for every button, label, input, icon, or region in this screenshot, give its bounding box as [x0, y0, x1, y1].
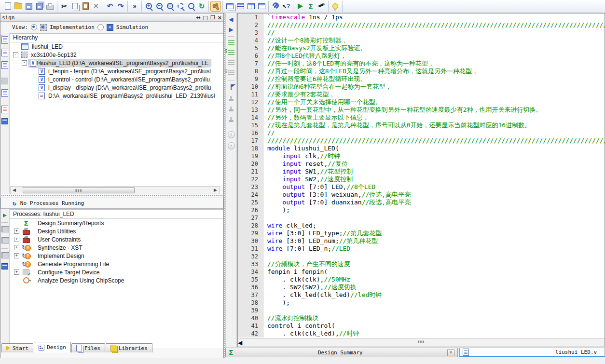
tile-vertical-button[interactable]	[246, 1, 256, 12]
delete-button[interactable]: ✕	[91, 1, 101, 12]
hierarchy-item[interactable]: -xc3s100e-5cp132	[10, 51, 223, 59]
chip-disabled-icon[interactable]	[1, 78, 8, 86]
document-tab-active[interactable]: liushui_LED.v	[459, 348, 605, 357]
code-line[interactable]: 32	[238, 253, 605, 260]
code-line[interactable]: 3//	[238, 29, 605, 37]
hierarchy-item[interactable]: liushui_LED	[10, 42, 223, 51]
simulation-radio[interactable]	[97, 24, 104, 30]
cascade-windows-button[interactable]	[224, 1, 235, 12]
implement-hammer-button[interactable]	[210, 1, 221, 12]
editor-nav-forward-icon[interactable]: ›	[228, 142, 235, 149]
code-line[interactable]: 15//现在是第几套花型，是第几种花型，序号可以从0开始，还要显示当前花型对应的…	[238, 121, 605, 129]
editor-lines-dim-icon[interactable]	[228, 60, 234, 67]
window-blue-icon[interactable]	[1, 263, 8, 271]
maximize-icon[interactable]: □	[203, 14, 208, 21]
code-line[interactable]: 31wire [7:0] LED_n;//LED	[238, 245, 605, 253]
process-item[interactable]: +Design Utilities	[10, 227, 223, 235]
paste-button[interactable]	[80, 1, 91, 12]
tree-expander[interactable]: +	[14, 245, 19, 250]
code-line[interactable]: 1`timescale 1ns / 1ps	[238, 13, 605, 21]
editor-nav-back-icon[interactable]: ‹	[228, 131, 235, 138]
code-line[interactable]: 20 input reset,//复位	[238, 160, 605, 168]
code-line[interactable]: 40//流水灯控制模块	[238, 314, 605, 322]
code-line[interactable]: 25 output [7:0] duanxian//段选,高电平亮	[238, 199, 605, 206]
code-line[interactable]: 8//再过一段时间，这8个LED又是另外一种亮暗分布，这就是另外一种花型，	[238, 67, 605, 75]
zoom-out-button[interactable]: −	[154, 1, 165, 12]
tree-expander[interactable]: +	[14, 229, 19, 234]
code-line[interactable]: 30wire [3:0] LED_num;//第几种花型	[238, 237, 605, 245]
undock-icon[interactable]: ↔	[196, 14, 200, 21]
tree-expander[interactable]: -	[13, 52, 18, 57]
process-item[interactable]: +User Constraints	[10, 235, 223, 243]
close-icon[interactable]: ×	[218, 14, 222, 21]
code-line[interactable]: 5//能在Basys2开发板上实际验证。	[238, 44, 605, 52]
code-line[interactable]: 24 output [3:0] weixuan,//位选,高电平亮	[238, 191, 605, 199]
editor-stamp-icon[interactable]	[229, 95, 234, 102]
code-line[interactable]: 7//任一时刻，这8个LED有的亮有的不亮，这称为一种花型，	[238, 60, 605, 67]
settings-wrench-button[interactable]	[270, 1, 281, 12]
editor-bookmark-flag-icon[interactable]	[231, 84, 232, 92]
tree-expander[interactable]: -	[22, 60, 27, 66]
code-line[interactable]: 6//用8个LED代替八路彩灯，	[238, 52, 605, 60]
restore-icon[interactable]: ❐	[210, 14, 215, 21]
tree-expander[interactable]: +	[14, 253, 19, 258]
code-line[interactable]: 36 . SW2(SW2),//速度切换	[238, 283, 605, 291]
save-button[interactable]	[24, 1, 34, 12]
hierarchy-item[interactable]: Vi_fenpin - fenpin (D:\A_workarea\ISE_pr…	[10, 67, 223, 75]
code-line[interactable]: 29wire [3:0] LED_type;//第几套花型	[238, 229, 605, 237]
print-button[interactable]	[45, 1, 55, 12]
hierarchy-item[interactable]: ucD:\A_workarea\ISE_program\Basys2_pro\l…	[10, 92, 223, 100]
code-line[interactable]: 34fenpin i_fenpin(	[238, 268, 605, 276]
code-line[interactable]: 2///////////////////////////////////////…	[238, 21, 605, 29]
zoom-full-view-button[interactable]: ◌	[165, 1, 175, 12]
cut-button[interactable]: ✂	[59, 1, 69, 12]
hierarchy-item[interactable]: Vi_display - display (D:\A_workarea\ISE_…	[10, 83, 223, 92]
hierarchy-item[interactable]: -Vliushui_LED (D:\A_workarea\ISE_program…	[10, 59, 223, 67]
panel-tab-libraries[interactable]: Libraries	[106, 343, 152, 352]
process-item[interactable]: Analyze Design Using ChipScope	[10, 276, 223, 284]
code-line[interactable]: 4//设计一个8路彩灯控制器，	[238, 37, 605, 44]
code-line[interactable]: 37 . clk_led(clk_led)//led时钟	[238, 291, 605, 299]
run-process-button[interactable]	[295, 1, 305, 12]
code-line[interactable]: 23 output [7:0] LED,//8个LED	[238, 183, 605, 191]
code-line[interactable]: 33//分频模块，产生不同的速度	[238, 260, 605, 268]
scroll-left-arrow[interactable]: ◀	[238, 339, 242, 346]
redo-button[interactable]: ↷	[115, 1, 126, 12]
code-line[interactable]: 39	[238, 307, 605, 314]
code-line[interactable]: 21 input SW1,//花型控制	[238, 168, 605, 175]
editor-stamp-icon[interactable]	[229, 106, 234, 113]
copy-source-icon[interactable]	[1, 61, 8, 70]
editor-hscrollbar[interactable]: ◀ ▮▮▮	[238, 338, 605, 347]
process-item[interactable]: +↻?Synthesize - XST	[10, 243, 223, 252]
tree-expander[interactable]: +	[14, 237, 19, 242]
window-split-icon[interactable]	[1, 118, 8, 126]
code-line[interactable]: 38 );	[238, 299, 605, 307]
panel-tab-files[interactable]: Files	[71, 343, 105, 352]
code-line[interactable]: 14//另外，数码管上要显示以下信息，	[238, 114, 605, 121]
code-area[interactable]: 1`timescale 1ns / 1ps2//////////////////…	[238, 13, 605, 339]
process-item[interactable]: ↻?Generate Programming File	[10, 260, 223, 268]
document-tab-inactive[interactable]: ΣDesign Summary✕	[225, 348, 458, 357]
run-arrow-icon[interactable]	[3, 212, 7, 219]
refresh-button[interactable]: ↻	[196, 1, 207, 12]
hierarchy-hscroll-thumb[interactable]: ▮▮▮	[23, 187, 135, 193]
lightbulb-tip-button[interactable]	[330, 1, 341, 12]
code-line[interactable]: 19 input clk,//时钟	[238, 152, 605, 160]
code-line[interactable]: 10//前面说的6种花型合在一起称为一套花型，	[238, 83, 605, 91]
report-source-icon[interactable]	[1, 106, 8, 115]
code-line[interactable]: 22 input SW2,//速度控制	[238, 175, 605, 183]
panel-tab-start[interactable]: Start	[1, 343, 33, 352]
editor-lines-active-icon[interactable]	[228, 40, 234, 47]
save-all-button[interactable]	[34, 1, 45, 12]
zoom-in-button[interactable]: +	[143, 1, 154, 12]
zoom-selection-button[interactable]	[186, 1, 196, 12]
editor-goto-next-icon[interactable]: ▶	[229, 26, 233, 33]
editor-lines-number-dim-icon[interactable]: 5	[228, 70, 234, 77]
implementation-radio[interactable]	[31, 24, 37, 30]
overflow-button[interactable]: »	[129, 1, 140, 12]
ic-chip-icon[interactable]	[1, 226, 9, 234]
context-help-button[interactable]: ↖?	[281, 1, 291, 12]
ic-chip-icon[interactable]	[1, 252, 9, 260]
code-line[interactable]: 35 . clk(clk),//50MHz	[238, 276, 605, 283]
code-line[interactable]: 16//	[238, 129, 605, 137]
